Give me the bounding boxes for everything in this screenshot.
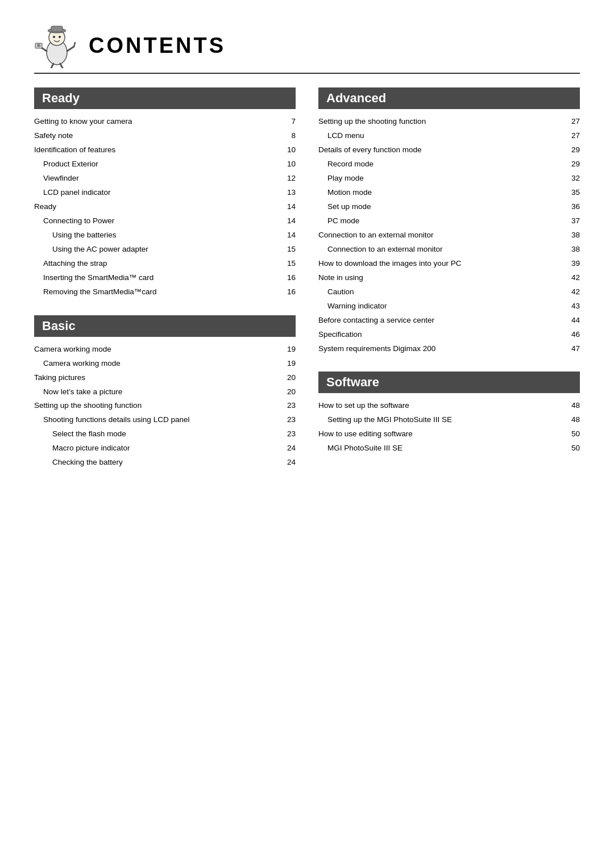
toc-page: 16 bbox=[282, 285, 296, 299]
toc-entry: Attaching the strap15 bbox=[34, 257, 296, 271]
mascot-icon bbox=[34, 23, 80, 68]
toc-entry: Set up mode36 bbox=[318, 200, 580, 214]
toc-page: 39 bbox=[566, 257, 580, 271]
toc-page: 38 bbox=[566, 243, 580, 257]
toc-label: Warning indicator bbox=[327, 299, 566, 314]
toc-label: PC mode bbox=[327, 214, 566, 228]
toc-entry: LCD panel indicator13 bbox=[34, 186, 296, 200]
toc-label: Identification of features bbox=[34, 143, 282, 157]
toc-page: 32 bbox=[566, 172, 580, 186]
toc-entry: Setting up the shooting function23 bbox=[34, 399, 296, 413]
toc-page: 47 bbox=[566, 342, 580, 356]
toc-page: 24 bbox=[282, 441, 296, 456]
toc-label: Connection to an external monitor bbox=[327, 243, 566, 257]
toc-page: 8 bbox=[282, 129, 296, 143]
toc-label: Set up mode bbox=[327, 200, 566, 214]
toc-page: 29 bbox=[566, 143, 580, 157]
toc-label: Inserting the SmartMedia™ card bbox=[43, 271, 282, 285]
section-basic: Basic Camera working mode19Camera workin… bbox=[34, 315, 296, 470]
toc-label: Connection to an external monitor bbox=[318, 228, 566, 243]
toc-page: 23 bbox=[282, 399, 296, 413]
section-software-header: Software bbox=[318, 372, 580, 393]
toc-label: System requirements Digimax 200 bbox=[318, 342, 566, 356]
toc-page: 19 bbox=[282, 357, 296, 371]
toc-page: 42 bbox=[566, 285, 580, 299]
toc-page: 36 bbox=[566, 200, 580, 214]
toc-label: Connecting to Power bbox=[43, 214, 282, 228]
toc-label: Setting up the shooting function bbox=[34, 399, 282, 413]
toc-entry: Note in using42 bbox=[318, 271, 580, 285]
toc-page: 48 bbox=[566, 399, 580, 413]
toc-label: Using the batteries bbox=[52, 228, 282, 243]
toc-entry: Details of every function mode29 bbox=[318, 143, 580, 157]
toc-page: 16 bbox=[282, 271, 296, 285]
toc-label: Ready bbox=[34, 200, 282, 214]
toc-entry: Getting to know your camera7 bbox=[34, 115, 296, 129]
toc-entry: Identification of features10 bbox=[34, 143, 296, 157]
section-ready-entries: Getting to know your camera7Safety note8… bbox=[34, 115, 296, 299]
section-software: Software How to set up the software48Set… bbox=[318, 372, 580, 456]
toc-label: Removing the SmartMedia™card bbox=[43, 285, 282, 299]
toc-entry: LCD menu27 bbox=[318, 129, 580, 143]
toc-label: How to use editing software bbox=[318, 427, 566, 441]
toc-label: Safety note bbox=[34, 129, 282, 143]
toc-page: 27 bbox=[566, 115, 580, 129]
section-advanced: Advanced Setting up the shooting functio… bbox=[318, 87, 580, 356]
toc-label: Taking pictures bbox=[34, 371, 282, 385]
toc-entry: Select the flash mode23 bbox=[34, 427, 296, 441]
contents-grid: Ready Getting to know your camera7Safety… bbox=[34, 87, 580, 486]
toc-label: Product Exterior bbox=[43, 157, 282, 172]
toc-label: Details of every function mode bbox=[318, 143, 566, 157]
section-ready-header: Ready bbox=[34, 87, 296, 109]
toc-entry: Inserting the SmartMedia™ card16 bbox=[34, 271, 296, 285]
toc-entry: Record mode29 bbox=[318, 157, 580, 172]
section-ready: Ready Getting to know your camera7Safety… bbox=[34, 87, 296, 299]
toc-page: 24 bbox=[282, 456, 296, 470]
section-software-entries: How to set up the software48Setting up t… bbox=[318, 399, 580, 456]
toc-label: LCD menu bbox=[327, 129, 566, 143]
toc-label: Now let’s take a picture bbox=[43, 385, 282, 399]
toc-page: 44 bbox=[566, 314, 580, 328]
toc-label: Motion mode bbox=[327, 186, 566, 200]
toc-page: 12 bbox=[282, 172, 296, 186]
toc-page: 46 bbox=[566, 328, 580, 342]
toc-label: Using the AC power adapter bbox=[52, 243, 282, 257]
toc-label: Getting to know your camera bbox=[34, 115, 282, 129]
toc-label: Setting up the MGI PhotoSuite III SE bbox=[327, 413, 566, 427]
toc-label: Specification bbox=[318, 328, 566, 342]
toc-entry: Product Exterior10 bbox=[34, 157, 296, 172]
toc-label: Before contacting a service center bbox=[318, 314, 566, 328]
toc-entry: PC mode37 bbox=[318, 214, 580, 228]
toc-page: 14 bbox=[282, 200, 296, 214]
toc-page: 13 bbox=[282, 186, 296, 200]
svg-line-10 bbox=[74, 43, 75, 47]
toc-label: How to set up the software bbox=[318, 399, 566, 413]
toc-page: 29 bbox=[566, 157, 580, 172]
toc-page: 14 bbox=[282, 228, 296, 243]
svg-point-5 bbox=[59, 36, 61, 38]
toc-entry: Connecting to Power14 bbox=[34, 214, 296, 228]
toc-entry: Camera working mode19 bbox=[34, 357, 296, 371]
toc-entry: Safety note8 bbox=[34, 129, 296, 143]
toc-entry: Setting up the shooting function27 bbox=[318, 115, 580, 129]
svg-point-4 bbox=[53, 36, 55, 38]
toc-label: Note in using bbox=[318, 271, 566, 285]
toc-entry: Viewfinder12 bbox=[34, 172, 296, 186]
toc-page: 23 bbox=[282, 413, 296, 427]
toc-entry: Warning indicator43 bbox=[318, 299, 580, 314]
toc-page: 10 bbox=[282, 143, 296, 157]
svg-line-11 bbox=[51, 64, 53, 68]
toc-page: 15 bbox=[282, 257, 296, 271]
toc-label: Camera working mode bbox=[34, 343, 282, 357]
toc-page: 35 bbox=[566, 186, 580, 200]
toc-entry: Connection to an external monitor38 bbox=[318, 228, 580, 243]
page-title: CONTENTS bbox=[89, 34, 226, 58]
section-basic-entries: Camera working mode19Camera working mode… bbox=[34, 343, 296, 470]
toc-entry: How to use editing software50 bbox=[318, 427, 580, 441]
toc-entry: Removing the SmartMedia™card16 bbox=[34, 285, 296, 299]
toc-label: Camera working mode bbox=[43, 357, 282, 371]
toc-label: Attaching the strap bbox=[43, 257, 282, 271]
toc-label: Play mode bbox=[327, 172, 566, 186]
left-column: Ready Getting to know your camera7Safety… bbox=[34, 87, 296, 486]
toc-entry: Shooting functions details using LCD pan… bbox=[34, 413, 296, 427]
